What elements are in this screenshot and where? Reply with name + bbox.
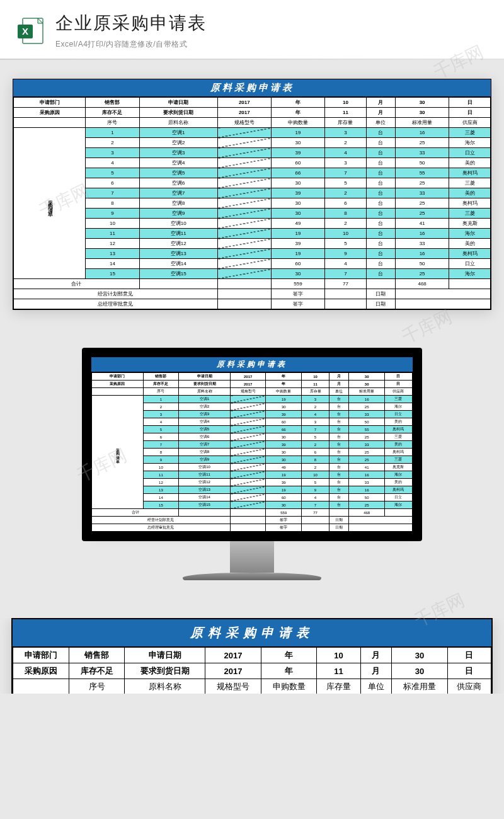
column-header-row: 序号 原料名称 规格型号 申购数量 库存量 单位 标准用量 供应商: [14, 118, 491, 128]
cell: 25: [396, 138, 449, 148]
spreadsheet-main: 原料采购申请表 申请部门 销售部 申请日期 2017 年 10 月 30 日 采…: [13, 79, 491, 310]
cell: 41: [349, 464, 385, 471]
cell: 30: [266, 403, 302, 411]
cell: 13: [86, 249, 139, 259]
page-header: X 企业原采购申请表 Excel/A4打印/内容随意修改/自带格式: [0, 0, 504, 59]
cell-diagonal: [230, 494, 266, 501]
cell: 三菱: [384, 456, 412, 464]
cell: 美的: [449, 239, 491, 249]
cell: [325, 299, 367, 309]
cell: 台: [329, 464, 349, 471]
cell-diagonal: [230, 441, 266, 449]
sheet-title: 原料采购申请表: [91, 357, 413, 372]
cell: 空调8: [139, 198, 217, 209]
cell: 空调1: [179, 396, 231, 403]
cell: 奥柯玛: [449, 249, 491, 259]
cell-diagonal: [217, 229, 271, 239]
cell: 奥克斯: [449, 219, 491, 229]
cell: 4: [86, 158, 139, 168]
cell: 供应商: [449, 118, 491, 128]
cell: 2017: [217, 98, 271, 108]
cell: 空调3: [139, 148, 217, 158]
cell: 日立: [384, 494, 412, 501]
cell: 50: [349, 418, 385, 426]
cell: 10: [325, 229, 367, 239]
cell: 7: [325, 269, 367, 279]
cell: 规格型号: [217, 118, 271, 128]
cell: 库存不足: [86, 108, 139, 118]
cell-diagonal: [230, 479, 266, 486]
cell: 美的: [449, 158, 491, 168]
cell-diagonal: [217, 158, 271, 168]
cell: 15: [86, 269, 139, 279]
cell: 标准用量: [396, 118, 449, 128]
cell: 奥柯玛: [449, 198, 491, 209]
cell: 三菱: [384, 433, 412, 441]
footer-row-1: 经营计划部意见 签字 日期: [14, 289, 491, 299]
cell: 19: [271, 128, 324, 138]
cell: 空调10: [139, 219, 217, 229]
cell: 6: [143, 433, 179, 441]
cell: 19: [266, 471, 302, 479]
cell: 2: [86, 138, 139, 148]
cell: 30: [266, 433, 302, 441]
cell: 50: [396, 158, 449, 168]
meta-row-2: 采购原因 库存不足 要求到货日期 2017 年 11 月 30 日: [14, 108, 491, 118]
cell: 空调15: [179, 501, 231, 509]
cell: 台: [329, 441, 349, 449]
cell: 30: [266, 456, 302, 464]
cell: 39: [266, 411, 302, 418]
cell: 13: [143, 486, 179, 494]
cell: 10: [302, 471, 329, 479]
cell: 3: [143, 411, 179, 418]
cell: 11: [143, 471, 179, 479]
cell: 25: [349, 501, 385, 509]
cell: 台: [329, 501, 349, 509]
cell: 年: [271, 98, 324, 108]
cell: 美的: [449, 188, 491, 198]
cell: 空调7: [139, 188, 217, 198]
cell: 6: [86, 178, 139, 188]
cell: 空调5: [179, 426, 231, 433]
page-subtitle: Excel/A4打印/内容随意修改/自带格式: [55, 39, 489, 50]
cell: 空调7: [179, 441, 231, 449]
cell: 日期: [366, 299, 395, 309]
cell: 空调11: [179, 471, 231, 479]
cell-diagonal: [217, 249, 271, 259]
cell: 25: [396, 178, 449, 188]
cell: 台: [329, 411, 349, 418]
cell: 奥柯玛: [384, 486, 412, 494]
cell: 奥柯玛: [449, 168, 491, 178]
cell: 空调8: [179, 449, 231, 456]
cell: 2: [325, 219, 367, 229]
cell: 申请日期: [139, 98, 217, 108]
cell: 30: [271, 269, 324, 279]
cell: 25: [349, 433, 385, 441]
cell: 台: [329, 418, 349, 426]
monitor-stand-neck: [230, 541, 274, 573]
cell: 奥柯玛: [384, 449, 412, 456]
cell: 海尔: [384, 403, 412, 411]
cell: 台: [366, 249, 395, 259]
cell: 49: [271, 219, 324, 229]
cell: 签字: [271, 299, 324, 309]
cell: 海尔: [384, 471, 412, 479]
cell: 3: [302, 396, 329, 403]
cell: 7: [302, 426, 329, 433]
cell: [14, 118, 86, 128]
cell-diagonal: [230, 426, 266, 433]
cell-diagonal: [230, 486, 266, 494]
cell: 3: [325, 158, 367, 168]
cell: 台: [329, 403, 349, 411]
cell: 30: [271, 178, 324, 188]
table-row: 12空调12395台33美的: [14, 239, 491, 249]
cell: 台: [366, 198, 395, 209]
cell: 台: [366, 128, 395, 138]
cell: 9: [302, 486, 329, 494]
cell-diagonal: [230, 411, 266, 418]
cell: 14: [143, 494, 179, 501]
cell: 年: [271, 108, 324, 118]
footer-row-2: 总经理审批意见 签字 日期: [14, 299, 491, 309]
cell: 7: [302, 501, 329, 509]
cell: 2: [302, 441, 329, 449]
